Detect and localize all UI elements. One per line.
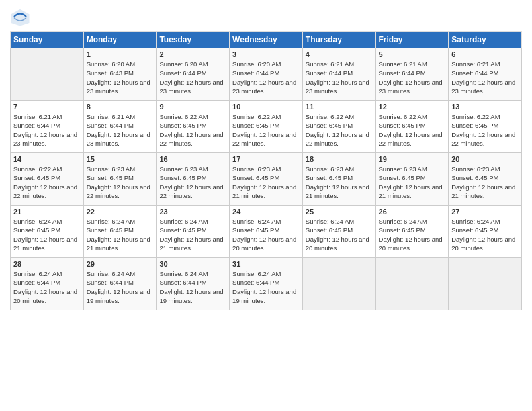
sunrise-text: Sunrise: 6:24 AM — [159, 218, 208, 225]
calendar-cell: 7Sunrise: 6:21 AMSunset: 6:44 PMDaylight… — [11, 101, 84, 153]
day-number: 12 — [379, 103, 446, 111]
day-number: 27 — [451, 208, 519, 216]
calendar-cell: 26Sunrise: 6:24 AMSunset: 6:45 PMDayligh… — [375, 205, 449, 258]
day-number: 17 — [232, 155, 300, 163]
daylight-text: Daylight: 12 hours and 20 minutes. — [13, 288, 77, 304]
daylight-text: Daylight: 12 hours and 23 minutes. — [13, 131, 77, 147]
daylight-text: Daylight: 12 hours and 22 minutes. — [451, 131, 515, 147]
sunrise-text: Sunrise: 6:24 AM — [13, 218, 62, 225]
daylight-text: Daylight: 12 hours and 23 minutes. — [306, 79, 369, 95]
day-number: 31 — [232, 260, 300, 268]
sunset-text: Sunset: 6:45 PM — [159, 174, 206, 181]
day-number: 26 — [379, 208, 446, 216]
daylight-text: Daylight: 12 hours and 22 minutes. — [232, 131, 296, 147]
calendar-cell: 4Sunrise: 6:21 AMSunset: 6:44 PMDaylight… — [302, 48, 375, 101]
day-info: Sunrise: 6:24 AMSunset: 6:45 PMDaylight:… — [13, 217, 81, 253]
day-info: Sunrise: 6:24 AMSunset: 6:44 PMDaylight:… — [87, 269, 154, 305]
calendar-week-row: 7Sunrise: 6:21 AMSunset: 6:44 PMDaylight… — [11, 101, 522, 153]
day-number: 1 — [87, 50, 154, 58]
daylight-text: Daylight: 12 hours and 21 minutes. — [13, 236, 77, 252]
sunrise-text: Sunrise: 6:21 AM — [87, 113, 135, 120]
daylight-text: Daylight: 12 hours and 23 minutes. — [451, 79, 515, 95]
sunset-text: Sunset: 6:44 PM — [13, 122, 60, 129]
sunrise-text: Sunrise: 6:23 AM — [159, 165, 208, 173]
sunrise-text: Sunrise: 6:20 AM — [159, 60, 208, 68]
sunrise-text: Sunrise: 6:22 AM — [306, 113, 354, 120]
day-number: 7 — [13, 103, 81, 111]
day-info: Sunrise: 6:24 AMSunset: 6:44 PMDaylight:… — [159, 269, 226, 305]
sunset-text: Sunset: 6:44 PM — [379, 69, 426, 77]
sunrise-text: Sunrise: 6:21 AM — [306, 60, 354, 68]
sunrise-text: Sunrise: 6:22 AM — [13, 165, 62, 173]
sunset-text: Sunset: 6:45 PM — [379, 122, 426, 129]
day-number: 9 — [159, 103, 226, 111]
day-number: 30 — [159, 260, 226, 268]
page-header — [10, 7, 522, 27]
sunrise-text: Sunrise: 6:24 AM — [232, 218, 281, 225]
daylight-text: Daylight: 12 hours and 22 minutes. — [87, 183, 150, 199]
sunset-text: Sunset: 6:45 PM — [451, 174, 498, 181]
day-number: 18 — [306, 155, 373, 163]
day-number: 28 — [13, 260, 81, 268]
daylight-text: Daylight: 12 hours and 23 minutes. — [159, 79, 223, 95]
calendar-cell: 19Sunrise: 6:23 AMSunset: 6:45 PMDayligh… — [375, 153, 449, 205]
day-info: Sunrise: 6:20 AMSunset: 6:44 PMDaylight:… — [159, 60, 226, 95]
daylight-text: Daylight: 12 hours and 22 minutes. — [159, 183, 223, 199]
sunrise-text: Sunrise: 6:24 AM — [159, 270, 208, 277]
calendar-cell — [449, 258, 522, 310]
day-number: 24 — [232, 208, 300, 216]
sunset-text: Sunset: 6:45 PM — [232, 122, 279, 129]
sunrise-text: Sunrise: 6:24 AM — [13, 270, 62, 277]
sunset-text: Sunset: 6:45 PM — [306, 174, 353, 181]
day-info: Sunrise: 6:23 AMSunset: 6:45 PMDaylight:… — [159, 165, 226, 200]
calendar-cell: 14Sunrise: 6:22 AMSunset: 6:45 PMDayligh… — [11, 153, 84, 205]
day-info: Sunrise: 6:24 AMSunset: 6:45 PMDaylight:… — [159, 217, 226, 253]
day-number: 13 — [451, 103, 519, 111]
daylight-text: Daylight: 12 hours and 20 minutes. — [306, 236, 369, 252]
calendar-cell: 22Sunrise: 6:24 AMSunset: 6:45 PMDayligh… — [83, 205, 157, 258]
sunset-text: Sunset: 6:45 PM — [306, 226, 353, 234]
calendar-cell: 8Sunrise: 6:21 AMSunset: 6:44 PMDaylight… — [83, 101, 157, 153]
day-info: Sunrise: 6:24 AMSunset: 6:45 PMDaylight:… — [306, 217, 373, 253]
sunset-text: Sunset: 6:44 PM — [87, 122, 134, 129]
day-info: Sunrise: 6:22 AMSunset: 6:45 PMDaylight:… — [13, 165, 81, 200]
day-number: 22 — [87, 208, 154, 216]
calendar-cell: 13Sunrise: 6:22 AMSunset: 6:45 PMDayligh… — [449, 101, 522, 153]
weekday-header-friday: Friday — [375, 32, 449, 48]
day-number: 21 — [13, 208, 81, 216]
day-info: Sunrise: 6:21 AMSunset: 6:44 PMDaylight:… — [13, 112, 81, 148]
daylight-text: Daylight: 12 hours and 19 minutes. — [87, 288, 150, 304]
day-info: Sunrise: 6:23 AMSunset: 6:45 PMDaylight:… — [232, 165, 300, 200]
sunset-text: Sunset: 6:45 PM — [451, 226, 498, 234]
sunrise-text: Sunrise: 6:22 AM — [451, 113, 500, 120]
daylight-text: Daylight: 12 hours and 21 minutes. — [451, 183, 515, 199]
daylight-text: Daylight: 12 hours and 21 minutes. — [87, 236, 150, 252]
sunrise-text: Sunrise: 6:20 AM — [232, 60, 281, 68]
day-info: Sunrise: 6:24 AMSunset: 6:45 PMDaylight:… — [87, 217, 154, 253]
calendar-cell: 15Sunrise: 6:23 AMSunset: 6:45 PMDayligh… — [83, 153, 157, 205]
calendar-week-row: 21Sunrise: 6:24 AMSunset: 6:45 PMDayligh… — [11, 205, 522, 258]
daylight-text: Daylight: 12 hours and 22 minutes. — [159, 131, 223, 147]
sunset-text: Sunset: 6:45 PM — [13, 226, 60, 234]
calendar-header-row: SundayMondayTuesdayWednesdayThursdayFrid… — [11, 32, 522, 48]
sunset-text: Sunset: 6:45 PM — [232, 174, 279, 181]
daylight-text: Daylight: 12 hours and 22 minutes. — [379, 131, 443, 147]
calendar-cell: 27Sunrise: 6:24 AMSunset: 6:45 PMDayligh… — [449, 205, 522, 258]
daylight-text: Daylight: 12 hours and 20 minutes. — [379, 236, 443, 252]
calendar-cell: 9Sunrise: 6:22 AMSunset: 6:45 PMDaylight… — [157, 101, 230, 153]
daylight-text: Daylight: 12 hours and 21 minutes. — [159, 236, 223, 252]
sunrise-text: Sunrise: 6:23 AM — [379, 165, 427, 173]
sunrise-text: Sunrise: 6:23 AM — [451, 165, 500, 173]
sunrise-text: Sunrise: 6:20 AM — [87, 60, 135, 68]
calendar-week-row: 1Sunrise: 6:20 AMSunset: 6:43 PMDaylight… — [11, 48, 522, 101]
day-number: 11 — [306, 103, 373, 111]
day-info: Sunrise: 6:23 AMSunset: 6:45 PMDaylight:… — [87, 165, 154, 200]
calendar-cell: 11Sunrise: 6:22 AMSunset: 6:45 PMDayligh… — [302, 101, 375, 153]
day-number: 16 — [159, 155, 226, 163]
day-info: Sunrise: 6:24 AMSunset: 6:45 PMDaylight:… — [379, 217, 446, 253]
sunrise-text: Sunrise: 6:24 AM — [232, 270, 281, 277]
sunrise-text: Sunrise: 6:21 AM — [13, 113, 62, 120]
day-number: 14 — [13, 155, 81, 163]
weekday-header-wednesday: Wednesday — [230, 32, 303, 48]
day-number: 23 — [159, 208, 226, 216]
